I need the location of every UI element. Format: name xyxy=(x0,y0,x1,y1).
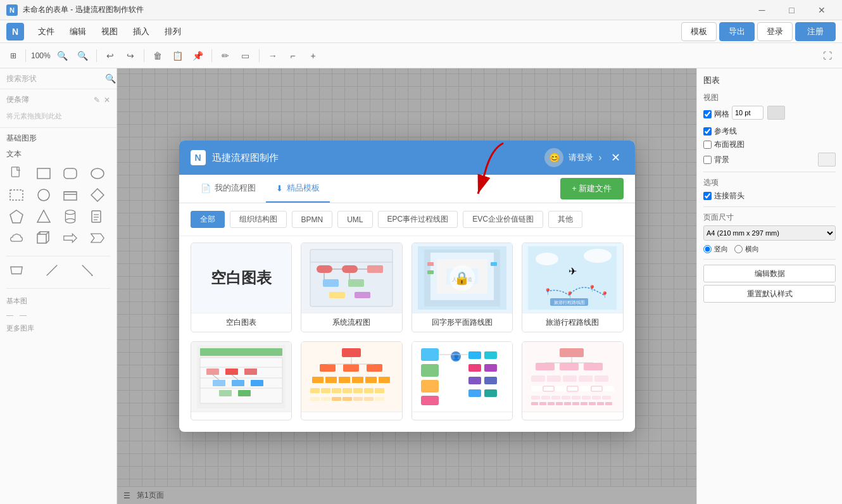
svg-rect-145 xyxy=(572,396,581,400)
shape-line-diag1[interactable] xyxy=(42,261,62,279)
toolbar-separator-5 xyxy=(259,49,260,62)
template-blank[interactable]: 空白图表 空白图表 xyxy=(191,243,292,332)
template-grid: 空白图表 空白图表 xyxy=(179,236,635,432)
shape-rounded-rect[interactable] xyxy=(60,165,80,182)
shape-circle[interactable] xyxy=(34,186,54,204)
menu-file[interactable]: 文件 xyxy=(32,23,61,40)
canvas-area[interactable]: ☰ 第1页面 N 迅捷流程图制作 😊 xyxy=(117,68,696,504)
register-button[interactable]: 注册 xyxy=(795,22,836,41)
search-input[interactable] xyxy=(6,74,101,83)
shape-diamond[interactable] xyxy=(87,186,108,204)
template-org2[interactable] xyxy=(301,341,403,420)
shape-cloud[interactable] xyxy=(6,229,27,247)
lock-watermark: 🔒 xyxy=(449,265,475,291)
shape-rect[interactable] xyxy=(34,165,54,182)
shape-3d-rect[interactable] xyxy=(34,229,54,247)
filter-all[interactable]: 全部 xyxy=(191,211,225,228)
shape-button[interactable]: ▭ xyxy=(237,47,254,64)
shape-trapezoid[interactable] xyxy=(6,261,27,279)
edit-icon[interactable]: ✎ xyxy=(94,96,100,104)
shape-chevron[interactable] xyxy=(87,229,108,247)
svg-rect-122 xyxy=(560,348,584,357)
menu-edit[interactable]: 编辑 xyxy=(63,23,92,40)
dash-2: — xyxy=(20,311,27,318)
tab-templates[interactable]: ⬇ 精品模板 xyxy=(266,175,330,203)
maximize-button[interactable]: □ xyxy=(777,0,806,20)
svg-marker-9 xyxy=(91,189,104,201)
svg-rect-100 xyxy=(332,397,341,401)
export-button[interactable]: 导出 xyxy=(719,22,755,41)
undo-button[interactable]: ↩ xyxy=(102,47,118,64)
close-button[interactable]: ✕ xyxy=(807,0,836,20)
menu-view[interactable]: 视图 xyxy=(95,23,124,40)
svg-rect-92 xyxy=(321,388,330,393)
shape-rect2[interactable] xyxy=(60,186,80,204)
delete-button[interactable]: 🗑 xyxy=(149,47,166,64)
close-section-icon[interactable]: ✕ xyxy=(104,96,110,104)
zoom-in-button[interactable]: 🔍 xyxy=(54,47,71,64)
svg-rect-126 xyxy=(584,363,603,370)
connector-button[interactable]: → xyxy=(265,47,281,64)
filter-epc[interactable]: EPC事件过程线图 xyxy=(378,211,458,228)
template-button[interactable]: 模板 xyxy=(681,22,717,41)
zoom-control[interactable]: 100% xyxy=(31,51,51,60)
grid-color-box[interactable] xyxy=(767,106,785,120)
svg-rect-34 xyxy=(367,265,383,273)
waypoint-button[interactable]: ⌐ xyxy=(285,47,301,64)
bg-color-box[interactable] xyxy=(818,153,836,167)
reset-style-button[interactable]: 重置默认样式 xyxy=(703,285,836,303)
template-sys-flow[interactable]: 系统流程图 xyxy=(301,243,403,332)
template-tree[interactable] xyxy=(522,341,624,420)
svg-rect-133 xyxy=(594,375,608,382)
menu-arrange[interactable]: 排列 xyxy=(158,23,187,40)
shape-note[interactable] xyxy=(87,208,108,225)
shape-triangle[interactable] xyxy=(34,208,54,225)
paste-button[interactable]: 📌 xyxy=(190,47,206,64)
bg-checkbox[interactable] xyxy=(703,156,712,164)
redo-button[interactable]: ↪ xyxy=(122,47,139,64)
tab-my-flowchart[interactable]: 📄 我的流程图 xyxy=(191,175,266,203)
format-button[interactable]: ✏ xyxy=(217,47,234,64)
shape-oval[interactable] xyxy=(87,165,108,182)
template-travel[interactable]: ✈ 📍 📍 📍 📍 旅 xyxy=(522,243,624,332)
filter-other[interactable]: 其他 xyxy=(548,211,582,228)
portrait-radio[interactable] xyxy=(703,245,712,253)
menu-insert[interactable]: 插入 xyxy=(127,23,156,40)
shape-arrow[interactable] xyxy=(60,229,80,247)
login-link[interactable]: 请登录 xyxy=(569,152,593,163)
shape-line-diag2[interactable] xyxy=(77,261,97,279)
modal-overlay[interactable]: N 迅捷流程图制作 😊 请登录 › ✕ 📄 我的流程图 xyxy=(117,68,696,504)
filter-uml[interactable]: UML xyxy=(337,211,372,228)
modal-close-button[interactable]: ✕ xyxy=(608,150,624,165)
zoom-out-button[interactable]: 🔍 xyxy=(75,47,91,64)
filter-org[interactable]: 组织结构图 xyxy=(230,211,287,228)
more-library[interactable]: 更多图库 xyxy=(0,321,116,336)
add-button[interactable]: + xyxy=(305,47,322,64)
minimize-button[interactable]: ─ xyxy=(748,0,776,20)
template-org1[interactable] xyxy=(191,341,292,420)
new-file-button[interactable]: + 新建文件 xyxy=(560,178,623,199)
shape-page[interactable] xyxy=(6,165,27,182)
login-button[interactable]: 登录 xyxy=(757,22,793,41)
filter-evc[interactable]: EVC企业价值链图 xyxy=(463,211,543,228)
landscape-radio[interactable] xyxy=(734,245,743,253)
shape-pentagon[interactable] xyxy=(6,208,27,225)
filter-bpmn[interactable]: BPMN xyxy=(292,211,333,228)
shape-rect-outline[interactable] xyxy=(6,186,27,204)
grid-checkbox[interactable] xyxy=(703,110,712,118)
shapes-grid xyxy=(0,162,116,253)
grid-size-input[interactable] xyxy=(732,106,763,120)
template-colorful[interactable]: 👤 xyxy=(412,341,513,420)
svg-rect-113 xyxy=(468,364,481,372)
guide-checkbox[interactable] xyxy=(703,127,712,135)
layout-toggle[interactable]: ⊞ xyxy=(6,49,20,62)
fullscreen-button[interactable]: ⛶ xyxy=(819,47,836,64)
shape-cylinder[interactable] xyxy=(60,208,80,225)
surface-checkbox[interactable] xyxy=(703,141,712,149)
copy-button[interactable]: 📋 xyxy=(170,47,186,64)
edit-data-button[interactable]: 编辑数据 xyxy=(703,265,836,282)
arrow-checkbox[interactable] xyxy=(703,192,712,200)
template-rect-map[interactable]: 人行横道 🔒 回字形平面路线图 xyxy=(412,243,513,332)
template-scroll-area[interactable]: 空白图表 空白图表 xyxy=(179,236,635,432)
page-size-select[interactable]: A4 (210 mm x 297 mm) xyxy=(703,225,836,241)
